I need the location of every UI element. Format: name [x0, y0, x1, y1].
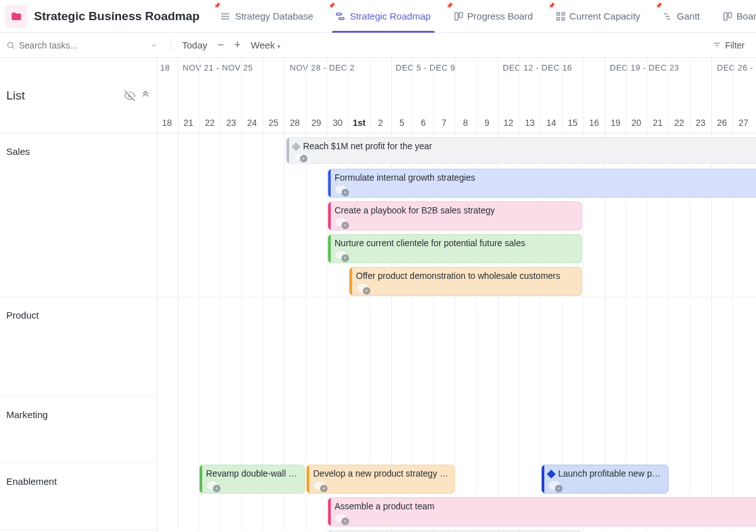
- day-label: 12: [503, 118, 513, 128]
- day-label: 22: [205, 118, 215, 128]
- day-label: 24: [247, 118, 257, 128]
- day-label: 27: [738, 118, 748, 128]
- day-label: 23: [226, 118, 236, 128]
- svg-point-2: [222, 18, 222, 19]
- day-label: 28: [290, 118, 300, 128]
- day-label: 29: [311, 118, 321, 128]
- group-label[interactable]: Enablement: [0, 463, 157, 530]
- task-bar[interactable]: Formulate internal growth strategies: [328, 169, 756, 198]
- day-label: 9: [484, 118, 490, 128]
- week-label: NOV 28 - DEC 2: [290, 63, 355, 72]
- task-label: Create a playbook for B2B sales strategy: [335, 205, 495, 216]
- group-label[interactable]: Marketing: [0, 397, 157, 463]
- tab-board[interactable]: Board: [714, 0, 756, 33]
- week-label: DEC 5 - DEC 9: [396, 63, 455, 72]
- assignee-add-icon[interactable]: [548, 480, 561, 490]
- day-label: 8: [463, 118, 468, 128]
- today-button[interactable]: Today: [177, 37, 212, 53]
- week-dropdown[interactable]: Week ▾: [246, 37, 285, 53]
- task-bar[interactable]: Develop a new product strategy f…: [306, 465, 455, 494]
- list-title: List: [6, 89, 25, 103]
- task-label: Formulate internal growth strategies: [335, 172, 475, 183]
- day-label: 23: [696, 118, 706, 128]
- list-icon: [221, 11, 231, 21]
- day-label: 13: [525, 118, 535, 128]
- svg-point-13: [8, 42, 13, 47]
- view-tabs: 📌 Strategy Database 📌 Strategic Roadmap …: [210, 0, 756, 33]
- chevron-down-icon[interactable]: [150, 42, 158, 49]
- tab-gantt[interactable]: 📌 Gantt: [654, 0, 709, 33]
- svg-rect-3: [336, 13, 341, 15]
- task-bar[interactable]: Reach $1M net profit for the year: [286, 137, 756, 164]
- day-label: 15: [568, 118, 578, 128]
- zoom-out-button[interactable]: −: [212, 36, 229, 54]
- folder-icon[interactable]: [5, 5, 28, 28]
- svg-rect-4: [339, 18, 344, 20]
- assignee-add-icon[interactable]: [335, 184, 347, 195]
- tab-strategy-database[interactable]: 📌 Strategy Database: [212, 0, 322, 33]
- search-input[interactable]: [19, 40, 146, 50]
- assignee-add-icon[interactable]: [293, 153, 306, 161]
- assignee-add-icon[interactable]: [335, 217, 347, 227]
- timeline-grid[interactable]: / 18NOV 21 - NOV 25NOV 28 - DEC 2DEC 5 -…: [158, 58, 756, 532]
- tab-label: Strategy Database: [235, 11, 313, 21]
- assignee-add-icon[interactable]: [356, 283, 369, 293]
- group-label[interactable]: Sales: [0, 133, 157, 297]
- assignee-add-icon[interactable]: [206, 480, 219, 490]
- toolbar: Today − + Week ▾ Filter: [0, 33, 756, 58]
- task-bar[interactable]: Offer product demonstration to wholesale…: [349, 267, 582, 296]
- week-label: DEC 26 -: [717, 63, 753, 72]
- pin-icon: 📌: [446, 3, 453, 9]
- group-row: Revamp double-wall gl…Develop a new prod…: [158, 461, 756, 532]
- filter-button[interactable]: Filter: [710, 38, 750, 53]
- svg-rect-8: [562, 13, 564, 15]
- svg-rect-9: [557, 18, 559, 20]
- day-label: 1st: [353, 118, 365, 128]
- day-label: 25: [268, 118, 278, 128]
- pin-icon: 📌: [548, 3, 555, 9]
- pin-icon: 📌: [328, 3, 335, 9]
- assignee-add-icon[interactable]: [335, 250, 347, 260]
- timeline-icon: [336, 11, 346, 21]
- task-bar[interactable]: Assemble a product team: [328, 497, 756, 526]
- tab-current-capacity[interactable]: 📌 Current Capacity: [547, 0, 650, 33]
- task-bar[interactable]: Revamp double-wall gl…: [199, 465, 305, 494]
- workload-icon: [556, 11, 566, 21]
- tab-label: Progress Board: [467, 11, 533, 21]
- svg-rect-12: [728, 13, 731, 18]
- search-box[interactable]: [6, 40, 164, 50]
- task-bar[interactable]: Create a playbook for B2B sales strategy: [328, 201, 582, 230]
- group-label[interactable]: Product: [0, 297, 157, 397]
- day-label: 18: [162, 118, 172, 128]
- day-label: 6: [421, 118, 426, 128]
- week-label: NOV 21 - NOV 25: [183, 63, 253, 72]
- zoom-in-button[interactable]: +: [229, 36, 246, 54]
- task-bar[interactable]: Nurture current clientele for potential …: [328, 234, 582, 263]
- search-icon: [6, 41, 15, 50]
- day-label: 22: [674, 118, 684, 128]
- task-bar[interactable]: Launch profitable new p…: [541, 465, 668, 494]
- collapse-icon[interactable]: [140, 90, 151, 101]
- task-label: Develop a new product strategy f…: [313, 468, 449, 479]
- hide-icon[interactable]: [124, 90, 135, 101]
- assignee-add-icon[interactable]: [313, 480, 326, 490]
- header-bar: Strategic Business Roadmap 📌 Strategy Da…: [0, 0, 756, 33]
- tab-label: Gantt: [677, 11, 700, 21]
- day-label: 20: [631, 118, 641, 128]
- filter-icon: [713, 41, 721, 50]
- page-title: Strategic Business Roadmap: [34, 9, 200, 23]
- tab-strategic-roadmap[interactable]: 📌 Strategic Roadmap: [327, 0, 439, 33]
- assignee-add-icon[interactable]: [335, 513, 347, 523]
- day-label: 2: [378, 118, 383, 128]
- board-icon: [723, 11, 733, 21]
- tab-progress-board[interactable]: 📌 Progress Board: [445, 0, 542, 33]
- pin-icon: 📌: [214, 3, 220, 9]
- svg-rect-5: [455, 13, 458, 20]
- sidebar-header: List: [0, 58, 157, 133]
- task-label: Assemble a product team: [335, 501, 435, 512]
- day-label: 21: [183, 118, 193, 128]
- svg-point-0: [222, 13, 222, 14]
- milestone-icon: [547, 470, 556, 478]
- day-label: 26: [717, 118, 727, 128]
- svg-rect-6: [459, 13, 462, 18]
